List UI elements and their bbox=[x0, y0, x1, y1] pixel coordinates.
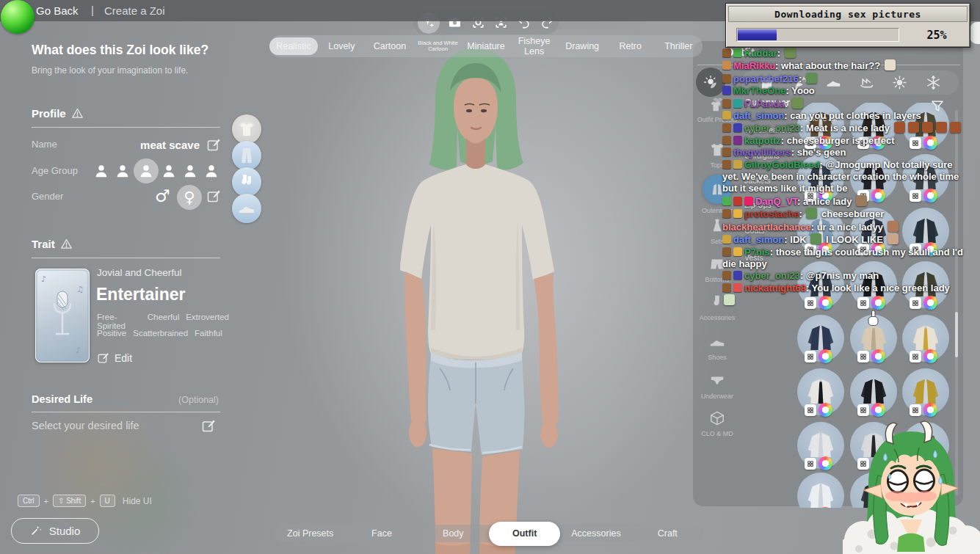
subcategory-jackets[interactable]: Jackets bbox=[744, 176, 771, 185]
item-color-wheel-badge[interactable] bbox=[819, 456, 832, 470]
style-tab-thriller[interactable]: Thriller bbox=[655, 35, 703, 57]
studio-button[interactable]: Studio bbox=[11, 518, 99, 544]
item-preset-badge[interactable] bbox=[805, 351, 816, 362]
style-tab-fisheye-lens[interactable]: Fisheye Lens bbox=[510, 35, 559, 57]
scrollbar-thumb[interactable] bbox=[955, 312, 958, 357]
age-middle-aged-button[interactable] bbox=[180, 161, 200, 181]
item-color-wheel-badge[interactable] bbox=[819, 403, 832, 417]
gift-icon[interactable] bbox=[759, 75, 774, 90]
gender-female-button[interactable]: ♀ bbox=[177, 185, 202, 210]
lighting-toggle-button[interactable] bbox=[696, 68, 725, 97]
trait-card[interactable]: ♪ ♫ ♪ bbox=[35, 269, 90, 362]
trait-tag-positive: Positive bbox=[97, 329, 126, 338]
item-preset-badge[interactable] bbox=[805, 404, 816, 416]
subcategory-windbreakers[interactable]: Windbreakers bbox=[744, 125, 792, 134]
cursor-pointer bbox=[867, 310, 879, 327]
go-back-button[interactable]: Go Back bbox=[36, 4, 79, 17]
age-senior-button[interactable] bbox=[201, 161, 222, 181]
item-color-wheel-badge[interactable] bbox=[923, 242, 937, 256]
subcategory-zip-ups[interactable]: Zip-Ups bbox=[744, 200, 772, 209]
subcategory-cardigans[interactable]: Cardigans bbox=[744, 151, 780, 160]
trait-tag-scatterbrained: Scatterbrained bbox=[133, 329, 188, 338]
item-color-wheel-badge[interactable] bbox=[819, 242, 832, 256]
gender-edit-button[interactable] bbox=[206, 189, 221, 203]
sun-moon-icon bbox=[703, 74, 719, 90]
item-color-wheel-badge[interactable] bbox=[871, 189, 885, 203]
shoe-icon[interactable] bbox=[826, 75, 841, 90]
item-color-wheel-badge[interactable] bbox=[871, 349, 885, 363]
item-color-wheel-badge[interactable] bbox=[819, 189, 832, 203]
item-preset-badge[interactable] bbox=[857, 351, 869, 362]
tab-body[interactable]: Body bbox=[418, 525, 489, 542]
panel-divider bbox=[697, 65, 960, 65]
item-color-wheel-badge[interactable] bbox=[923, 136, 937, 150]
item-color-wheel-badge[interactable] bbox=[871, 136, 885, 150]
style-tab-black-and-white-cartoon[interactable]: Black and White Cartoon bbox=[414, 35, 462, 57]
item-preset-badge[interactable] bbox=[805, 244, 816, 255]
item-white-shirt[interactable] bbox=[797, 473, 844, 508]
age-child-button[interactable] bbox=[112, 161, 133, 181]
desired-life-edit-button[interactable] bbox=[201, 418, 216, 433]
pencil-icon bbox=[97, 351, 109, 364]
item-preset-badge[interactable] bbox=[805, 297, 816, 309]
name-edit-button[interactable] bbox=[206, 137, 221, 152]
character-model[interactable] bbox=[363, 37, 679, 554]
gender-male-button[interactable]: ♂ bbox=[155, 186, 170, 205]
tee-thumbnail[interactable] bbox=[232, 114, 261, 144]
music-note: ♪ bbox=[76, 346, 81, 355]
snowflake-icon[interactable] bbox=[926, 75, 941, 90]
item-preset-badge[interactable] bbox=[910, 190, 921, 202]
filter-button[interactable] bbox=[930, 98, 945, 113]
item-color-wheel-badge[interactable] bbox=[923, 189, 937, 203]
style-tab-miniature[interactable]: Miniature bbox=[462, 35, 510, 57]
trait-title-text: Trait bbox=[32, 238, 55, 250]
age-group-label: Age Group bbox=[32, 165, 78, 176]
subcategory-coats[interactable]: Coats bbox=[744, 226, 764, 235]
sun-icon[interactable] bbox=[892, 75, 907, 90]
item-preset-badge[interactable] bbox=[910, 351, 921, 362]
tab-zoi-presets[interactable]: Zoi Presets bbox=[275, 525, 346, 542]
tab-face[interactable]: Face bbox=[346, 525, 417, 542]
item-color-wheel-badge[interactable] bbox=[871, 242, 885, 256]
tab-craft[interactable]: Craft bbox=[632, 525, 703, 542]
style-tab-retro[interactable]: Retro bbox=[606, 35, 655, 57]
topbar-separator: | bbox=[91, 4, 94, 16]
item-preset-badge[interactable] bbox=[857, 297, 869, 309]
sleigh-icon[interactable] bbox=[859, 75, 874, 90]
item-preset-badge[interactable] bbox=[857, 244, 869, 255]
age-young-adult-button[interactable] bbox=[134, 158, 159, 183]
style-tab-lovely[interactable]: Lovely bbox=[318, 35, 366, 57]
profile-divider bbox=[32, 127, 220, 128]
item-color-wheel-badge[interactable] bbox=[819, 349, 832, 363]
item-preset-badge[interactable] bbox=[805, 190, 816, 202]
trait-tag-extroverted: Extroverted bbox=[186, 313, 229, 330]
item-color-wheel-badge[interactable] bbox=[923, 296, 937, 310]
socks-thumbnail[interactable] bbox=[232, 167, 261, 197]
trait-edit-button[interactable]: Edit bbox=[97, 351, 132, 364]
plus-sign: + bbox=[90, 497, 95, 506]
item-color-wheel-badge[interactable] bbox=[819, 296, 832, 310]
item-preset-badge[interactable] bbox=[910, 244, 921, 255]
item-preset-badge[interactable] bbox=[910, 137, 921, 149]
item-preset-badge[interactable] bbox=[910, 297, 921, 309]
party-popper-icon[interactable] bbox=[793, 75, 808, 90]
occasion-filter-row bbox=[741, 70, 959, 95]
pants-thumbnail[interactable] bbox=[232, 141, 261, 170]
tab-outfit[interactable]: Outfit bbox=[489, 522, 560, 546]
item-preset-badge[interactable] bbox=[805, 458, 816, 470]
style-tab-cartoon[interactable]: Cartoon bbox=[366, 35, 414, 57]
remove-all-button[interactable]: × Remove All bbox=[790, 112, 837, 124]
age-infant-button[interactable] bbox=[91, 161, 112, 181]
style-tab-drawing[interactable]: Drawing bbox=[558, 35, 606, 57]
item-color-wheel-badge[interactable] bbox=[819, 136, 832, 150]
style-tab-realistic[interactable]: Realistic bbox=[269, 37, 318, 55]
item-preset-badge[interactable] bbox=[857, 190, 869, 202]
subcategory-vests[interactable]: Vests bbox=[744, 253, 763, 262]
tab-accessories[interactable]: Accessories bbox=[560, 525, 631, 542]
item-color-wheel-badge[interactable] bbox=[871, 296, 885, 310]
item-color-wheel-badge[interactable] bbox=[923, 349, 937, 363]
item-preset-badge[interactable] bbox=[805, 137, 816, 149]
shoes-thumbnail[interactable] bbox=[232, 194, 261, 223]
age-adult-button[interactable] bbox=[159, 161, 179, 181]
item-preset-badge[interactable] bbox=[857, 137, 869, 149]
